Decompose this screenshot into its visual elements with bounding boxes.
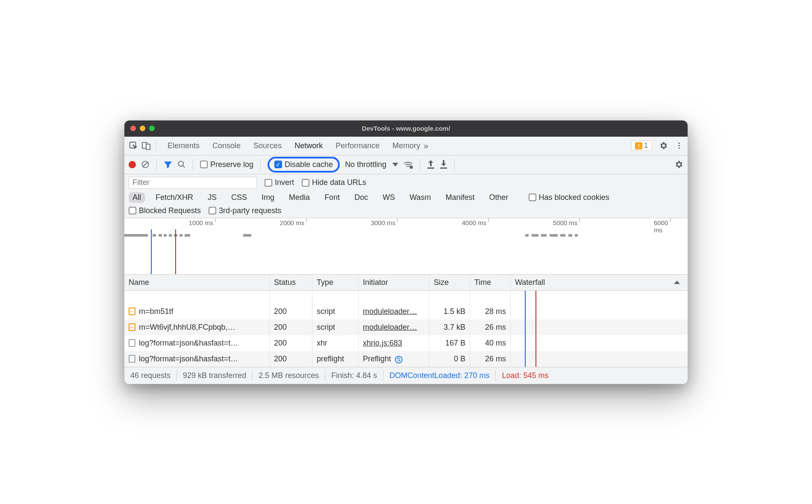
kebab-icon[interactable] [675,141,683,150]
filter-type-media[interactable]: Media [285,192,314,203]
svg-point-4 [678,145,680,146]
disable-cache-checkbox[interactable]: ✓Disable cache [268,157,340,173]
search-icon[interactable] [177,160,186,169]
network-settings-icon[interactable] [674,160,683,169]
more-tabs-icon[interactable]: » [424,141,428,151]
request-time: 26 ms [470,351,511,367]
file-icon [129,355,135,363]
preserve-log-checkbox[interactable]: Preserve log [200,160,253,169]
record-icon[interactable] [129,161,136,168]
filter-type-js[interactable]: JS [204,192,221,203]
svg-line-9 [183,166,185,168]
network-conditions-icon[interactable] [403,160,413,169]
overview-timeline[interactable]: 1000 ms2000 ms3000 ms4000 ms5000 ms6000 … [124,218,688,275]
request-initiator[interactable]: moduleloader… [359,319,430,335]
column-header-waterfall[interactable]: Waterfall [511,275,688,291]
disable-cache-label: Disable cache [285,160,333,169]
sort-icon [674,281,680,284]
issues-chip[interactable]: ! 1 [631,141,652,151]
request-status: 200 [270,351,312,367]
request-size: 167 B [430,335,470,351]
column-header-size[interactable]: Size [430,275,470,291]
requests-table: NameStatusTypeInitiatorSizeTimeWaterfall… [124,275,688,367]
tab-performance[interactable]: Performance [335,141,380,150]
invert-label: Invert [275,178,294,187]
overview-segment [185,234,190,237]
filter-type-other[interactable]: Other [485,192,512,203]
overview-segment [532,234,538,237]
file-icon [129,323,135,331]
overview-tick: 4000 ms [462,219,489,226]
column-header-type[interactable]: Type [312,275,359,291]
request-name[interactable]: m=Wt6vjf,hhhU8,FCpbqb,… [124,319,270,335]
hide-data-urls-label: Hide data URLs [312,178,366,187]
overview-segment [153,234,156,237]
upload-icon[interactable] [427,160,435,169]
request-initiator[interactable]: moduleloader… [359,304,430,319]
overview-marker [175,229,176,274]
svg-point-3 [678,143,680,144]
request-time: 28 ms [470,304,511,319]
filter-type-font[interactable]: Font [321,192,344,203]
svg-point-8 [179,161,184,167]
window-title: DevTools - www.google.com/ [124,125,688,132]
throttling-label: No throttling [345,160,386,169]
status-transferred: 929 kB transferred [177,370,253,381]
status-load: Load: 545 ms [496,370,554,381]
column-header-time[interactable]: Time [470,275,511,291]
request-name[interactable]: m=bm51tf [124,304,270,319]
request-size: 0 B [430,351,470,367]
tab-memory[interactable]: Memory [392,141,420,150]
blocked-requests-checkbox[interactable]: Blocked Requests [129,206,201,215]
svg-rect-11 [427,167,434,169]
status-requests: 46 requests [124,370,177,381]
filter-type-img[interactable]: Img [258,192,278,203]
blocked-requests-label: Blocked Requests [139,206,201,215]
request-name[interactable]: log?format=json&hasfast=t… [124,351,270,367]
filter-type-all[interactable]: All [129,192,145,203]
has-blocked-cookies-checkbox[interactable]: Has blocked cookies [529,193,609,202]
throttling-select[interactable]: No throttling [345,160,398,169]
hide-data-urls-checkbox[interactable]: Hide data URLs [302,178,366,187]
svg-rect-2 [146,144,150,149]
tab-console[interactable]: Console [212,141,241,150]
overview-segment [560,234,565,237]
third-party-checkbox[interactable]: 3rd-party requests [209,206,281,215]
waterfall-cell [511,304,688,319]
issues-count: 1 [644,142,648,149]
column-header-name[interactable]: Name [124,275,270,291]
request-status: 200 [270,335,312,351]
tab-network[interactable]: Network [294,141,323,150]
tab-sources[interactable]: Sources [253,141,282,150]
filter-type-doc[interactable]: Doc [350,192,372,203]
settings-icon[interactable] [659,141,668,150]
device-icon[interactable] [141,141,151,150]
overview-tick: 3000 ms [371,219,398,226]
filter-type-manifest[interactable]: Manifest [442,192,479,203]
devtools-window: DevTools - www.google.com/ ElementsConso… [124,120,688,384]
column-header-status[interactable]: Status [270,275,312,291]
request-name[interactable]: log?format=json&hasfast=t… [124,335,270,351]
svg-point-5 [678,147,680,149]
clear-icon[interactable] [141,160,150,169]
filter-type-fetch-xhr[interactable]: Fetch/XHR [152,192,197,203]
tab-elements[interactable]: Elements [168,141,200,150]
request-status: 200 [270,319,312,335]
filter-type-wasm[interactable]: Wasm [406,192,435,203]
dropdown-icon [392,163,398,167]
inspect-icon[interactable] [129,141,138,150]
request-initiator[interactable]: Preflight ⇅ [359,351,430,367]
download-icon[interactable] [440,160,447,169]
request-initiator[interactable]: xhrio.js:683 [359,335,430,351]
column-header-initiator[interactable]: Initiator [359,275,430,291]
overview-segment [541,234,547,237]
invert-checkbox[interactable]: Invert [265,178,294,187]
filter-icon[interactable] [164,160,172,169]
filter-input[interactable] [129,177,257,189]
filter-type-ws[interactable]: WS [379,192,399,203]
overview-segment [568,234,572,237]
waterfall-cell [511,335,688,351]
titlebar: DevTools - www.google.com/ [124,120,688,137]
filter-type-css[interactable]: CSS [227,192,251,203]
overview-segment [124,234,148,237]
